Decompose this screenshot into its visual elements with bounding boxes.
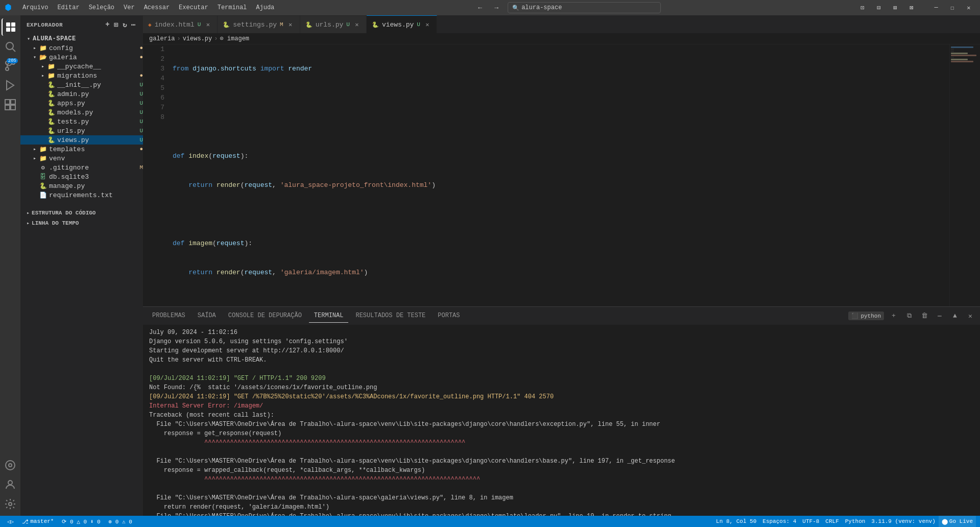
sidebar-item-db[interactable]: 🗄 db.sqlite3	[20, 172, 143, 181]
tab-urls-py[interactable]: 🐍 urls.py U ✕	[300, 15, 367, 33]
status-errors[interactable]: ⊗ 0 ⚠ 0	[106, 516, 135, 527]
tree-label-galeria: galeria	[49, 54, 137, 61]
panel-tab-portas[interactable]: PORTAS	[433, 309, 465, 323]
breadcrumb-galeria[interactable]: galeria	[149, 35, 175, 42]
sidebar-item-models[interactable]: 🐍 models.py U	[20, 108, 143, 117]
outline-section[interactable]: ▸ ESTRUTURA DO CÓDIGO	[20, 208, 143, 218]
menu-terminal[interactable]: Terminal	[213, 3, 251, 12]
status-encoding[interactable]: UTF-8	[799, 516, 822, 527]
terminal-line: Not Found: /{% static '/assets/icones/1x…	[149, 383, 974, 392]
chevron-right-icon-timeline: ▸	[27, 220, 30, 226]
tab-close-urls-button[interactable]: ✕	[353, 20, 361, 29]
activity-remote-button[interactable]	[2, 457, 19, 474]
activity-source-control-button[interactable]: 205	[2, 57, 19, 75]
menu-selecao[interactable]: Seleção	[85, 3, 118, 12]
tree-label-tests: tests.py	[57, 118, 137, 126]
menu-executar[interactable]: Executar	[175, 3, 212, 12]
close-button[interactable]: ✕	[962, 2, 976, 13]
activity-extensions-button[interactable]	[2, 96, 19, 113]
collapse-all-icon[interactable]: ⋯	[130, 19, 137, 30]
folder-icon: 📁	[39, 44, 47, 52]
tab-close-views-button[interactable]: ✕	[423, 20, 432, 29]
tab-views-py[interactable]: 🐍 views.py U ✕	[367, 15, 437, 33]
sidebar-item-gitignore[interactable]: ⚙ .gitignore M	[20, 163, 143, 172]
nav-back-button[interactable]: ←	[473, 2, 487, 13]
menu-editar[interactable]: Editar	[53, 3, 83, 12]
breadcrumb-imagem[interactable]: ⊙ imagem	[220, 35, 249, 42]
migrations-badge: ●	[139, 73, 143, 79]
sidebar-item-init[interactable]: 🐍 __init__.py U	[20, 80, 143, 89]
menu-ver[interactable]: Ver	[119, 3, 139, 12]
layout-toggle-3-button[interactable]: ⊞	[888, 2, 902, 13]
svg-point-17	[9, 502, 12, 506]
status-sync[interactable]: ⟳ 0 △ 0 ⬇ 0	[59, 516, 103, 527]
sidebar-item-views[interactable]: 🐍 views.py U	[20, 135, 143, 145]
code-editor[interactable]: from django.shortcuts import render def …	[169, 44, 949, 306]
panel-tab-saida[interactable]: SAÍDA	[193, 309, 221, 323]
sidebar-item-templates[interactable]: ▸ 📁 templates ●	[20, 145, 143, 154]
editor-content: 1 2 3 4 5 6 7 8 from django.shortcuts im…	[143, 44, 980, 306]
global-search-bar[interactable]: 🔍 alura-space	[508, 2, 661, 13]
tab-index-html[interactable]: ◈ index.html U ✕	[143, 15, 218, 33]
status-position[interactable]: Ln 8, Col 50	[713, 516, 759, 527]
sidebar-item-manage[interactable]: 🐍 manage.py	[20, 181, 143, 190]
status-branch[interactable]: ⎇ master*	[19, 516, 57, 527]
activity-search-button[interactable]	[2, 38, 19, 55]
activity-accounts-button[interactable]	[2, 476, 19, 493]
menu-ajuda[interactable]: Ajuda	[252, 3, 278, 12]
tree-label-apps: apps.py	[57, 100, 137, 107]
sidebar-item-pycache[interactable]: ▸ 📁 __pycache__	[20, 62, 143, 71]
more-actions-button[interactable]: ⋯	[934, 310, 945, 322]
nav-forward-button[interactable]: →	[489, 2, 504, 13]
panel-tabs: PROBLEMAS SAÍDA CONSOLE DE DEPURAÇÃO TER…	[143, 307, 980, 325]
tab-close-settings-button[interactable]: ✕	[286, 20, 295, 29]
close-panel-button[interactable]: ✕	[965, 310, 976, 322]
maximize-button[interactable]: ☐	[945, 2, 960, 13]
terminal-content[interactable]: July 09, 2024 - 11:02:16Django version 5…	[143, 325, 980, 516]
line-num-6: 6	[143, 93, 164, 103]
panel-tab-terminal[interactable]: TERMINAL	[309, 309, 349, 323]
minimize-button[interactable]: —	[929, 2, 943, 13]
layout-toggle-button[interactable]: ⊡	[855, 2, 870, 13]
activity-run-debug-button[interactable]	[2, 77, 19, 94]
sidebar-item-galeria[interactable]: ▾ 📂 galeria ●	[20, 53, 143, 62]
kill-terminal-button[interactable]: 🗑	[919, 310, 930, 322]
sidebar-item-config[interactable]: ▸ 📁 config ●	[20, 43, 143, 53]
sidebar-item-tests[interactable]: 🐍 tests.py U	[20, 117, 143, 126]
split-terminal-button[interactable]: ⧉	[903, 310, 915, 322]
status-line-ending[interactable]: CRLF	[822, 516, 842, 527]
tab-settings-py[interactable]: 🐍 settings.py M ✕	[218, 15, 300, 33]
activity-settings-button[interactable]	[2, 495, 19, 513]
maximize-panel-button[interactable]: ▲	[949, 310, 961, 322]
sync-label: ⟳ 0 △ 0 ⬇ 0	[62, 518, 100, 525]
refresh-icon[interactable]: ↻	[122, 19, 128, 30]
new-terminal-button[interactable]: +	[888, 310, 899, 322]
status-version[interactable]: 3.11.9 (venv: venv)	[868, 516, 938, 527]
sidebar-item-urls[interactable]: 🐍 urls.py U	[20, 126, 143, 135]
kw-return-1: return	[188, 180, 212, 190]
panel-tab-resultados[interactable]: RESULTADOS DE TESTE	[350, 309, 431, 323]
activity-explorer-button[interactable]	[2, 18, 19, 36]
menu-acessar[interactable]: Acessar	[140, 3, 174, 12]
status-go-live[interactable]: ⬤ Go Live	[939, 516, 976, 527]
sidebar-item-venv[interactable]: ▸ 📁 venv	[20, 154, 143, 163]
new-file-icon[interactable]: +	[104, 19, 111, 30]
svg-rect-1	[11, 22, 15, 27]
sidebar-item-apps[interactable]: 🐍 apps.py U	[20, 99, 143, 108]
status-language[interactable]: Python	[842, 516, 869, 527]
sidebar-item-admin[interactable]: 🐍 admin.py U	[20, 89, 143, 99]
timeline-section[interactable]: ▸ LINHA DO TEMPO	[20, 218, 143, 228]
new-folder-icon[interactable]: ⊞	[113, 19, 119, 30]
panel-tab-console[interactable]: CONSOLE DE DEPURAÇÃO	[223, 309, 307, 323]
status-remote-button[interactable]: ◁▷	[4, 516, 17, 527]
tab-close-index-button[interactable]: ✕	[204, 20, 212, 29]
breadcrumb-views[interactable]: views.py	[183, 35, 212, 42]
layout-toggle-4-button[interactable]: ⊠	[904, 2, 919, 13]
panel-tab-problemas[interactable]: PROBLEMAS	[147, 309, 190, 323]
tree-root-alura-space[interactable]: ▾ ALURA-SPACE	[20, 34, 143, 43]
sidebar-item-requirements[interactable]: 📄 requirements.txt	[20, 190, 143, 200]
layout-toggle-2-button[interactable]: ⊟	[872, 2, 886, 13]
menu-arquivo[interactable]: Arquivo	[18, 3, 52, 12]
status-spaces[interactable]: Espaços: 4	[759, 516, 799, 527]
sidebar-item-migrations[interactable]: ▸ 📁 migrations ●	[20, 71, 143, 80]
